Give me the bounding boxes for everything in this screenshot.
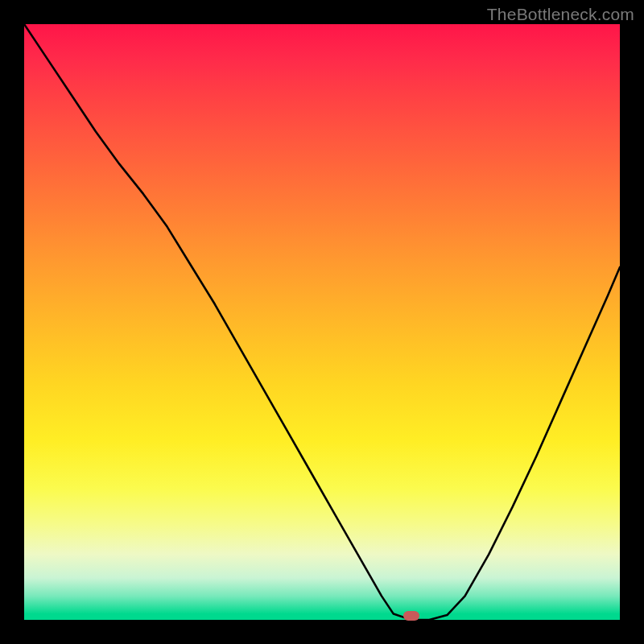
chart-plot-area bbox=[24, 24, 620, 620]
bottleneck-curve bbox=[24, 24, 620, 620]
chart-frame: TheBottleneck.com bbox=[0, 0, 644, 644]
optimal-point-marker bbox=[403, 611, 419, 621]
curve-path bbox=[24, 24, 620, 620]
watermark-text: TheBottleneck.com bbox=[487, 5, 634, 24]
